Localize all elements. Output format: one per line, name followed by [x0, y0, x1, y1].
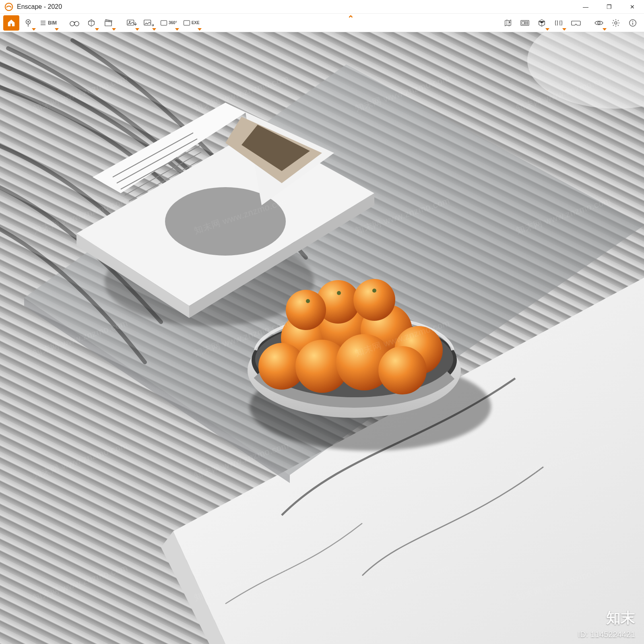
maximize-button[interactable]: ❐ [597, 0, 621, 14]
svg-point-57 [353, 279, 395, 321]
svg-point-61 [306, 299, 310, 303]
svg-point-59 [337, 291, 341, 295]
title-bar: Enscape - 2020 — ❐ ✕ [0, 0, 644, 14]
chevron-down-icon [175, 28, 179, 31]
visual-settings-button[interactable] [591, 15, 607, 31]
chevron-down-icon [95, 28, 99, 31]
home-icon [7, 19, 16, 27]
rendered-scene [0, 32, 644, 644]
pin-icon [24, 19, 33, 27]
asset-library-button[interactable] [517, 15, 533, 31]
screenshot-button[interactable] [124, 15, 140, 31]
svg-point-7 [129, 21, 131, 23]
favorites-button[interactable] [20, 15, 36, 31]
video-button[interactable] [100, 15, 116, 31]
svg-rect-13 [522, 21, 524, 24]
window-controls: — ❐ ✕ [574, 0, 644, 14]
brand-logo-text: 知末 [606, 608, 635, 628]
exe-icon [183, 19, 191, 27]
expand-toolbar-icon[interactable]: ⌃ [347, 14, 354, 23]
map-button[interactable] [500, 15, 516, 31]
list-icon [39, 19, 47, 27]
svg-point-60 [372, 289, 376, 293]
asset-id-label: ID: 1145224421 [578, 630, 635, 639]
gear-icon [611, 19, 620, 27]
link-icon [554, 19, 564, 27]
window-title: Enscape - 2020 [17, 3, 62, 10]
exe-export-button[interactable]: EXE [180, 15, 202, 31]
panorama-button[interactable]: 360° [157, 15, 180, 31]
svg-rect-14 [525, 21, 528, 23]
asset-library-icon [520, 19, 530, 27]
export-image-button[interactable] [140, 15, 157, 31]
chevron-down-icon [112, 28, 116, 31]
exe-label: EXE [192, 21, 200, 25]
minimize-button[interactable]: — [574, 0, 597, 14]
cube-3d-button[interactable] [534, 15, 550, 31]
chevron-down-icon [55, 28, 59, 31]
walkthrough-button[interactable] [66, 15, 83, 31]
map-icon [504, 19, 512, 27]
vr-button[interactable] [568, 15, 584, 31]
chevron-down-icon [603, 28, 607, 31]
svg-point-19 [632, 21, 633, 21]
chevron-down-icon [135, 28, 139, 31]
clapperboard-icon [103, 19, 113, 27]
bim-mode-button[interactable]: BIM [37, 15, 59, 31]
cube-icon [537, 19, 546, 27]
close-button[interactable]: ✕ [621, 0, 644, 14]
binoculars-icon [69, 19, 80, 27]
svg-rect-5 [105, 21, 112, 26]
screenshot-icon [126, 19, 137, 27]
chevron-down-icon [198, 28, 202, 31]
chevron-down-icon [545, 28, 549, 31]
eye-icon [594, 19, 604, 27]
settings-button[interactable] [608, 15, 624, 31]
link-model-button[interactable] [551, 15, 567, 31]
home-button[interactable] [3, 15, 19, 31]
svg-rect-10 [184, 21, 190, 25]
help-button[interactable] [625, 15, 641, 31]
render-viewport[interactable]: 知末网 www.znzmo.com 知末网 www.znzmo.com 知末网 … [0, 32, 644, 644]
chevron-down-icon [562, 28, 566, 31]
chevron-down-icon [152, 28, 156, 31]
svg-point-55 [378, 346, 427, 394]
info-icon [628, 19, 637, 27]
svg-point-0 [5, 3, 12, 10]
pano-label: 360° [169, 21, 177, 25]
svg-point-17 [615, 22, 617, 24]
panorama-icon [160, 19, 168, 27]
bim-label: BIM [48, 20, 57, 26]
views-icon [87, 19, 96, 27]
app-window: Enscape - 2020 — ❐ ✕ BIM [0, 0, 644, 644]
vr-headset-icon [570, 19, 581, 27]
chevron-down-icon [32, 28, 36, 31]
svg-point-16 [598, 22, 600, 24]
svg-rect-15 [525, 23, 528, 24]
export-image-icon [143, 19, 154, 27]
svg-point-58 [286, 290, 326, 330]
views-button[interactable] [83, 15, 99, 31]
main-toolbar: BIM 360° EXE [0, 14, 644, 32]
svg-point-11 [509, 21, 510, 23]
svg-point-2 [27, 21, 29, 23]
app-logo-icon [4, 2, 14, 12]
svg-rect-9 [161, 21, 167, 25]
